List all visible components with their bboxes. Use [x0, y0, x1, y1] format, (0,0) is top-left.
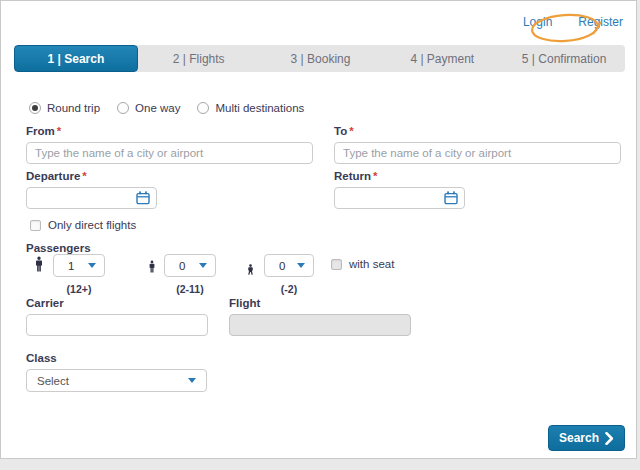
flight-search-page: Login Register 1 | Search 2 | Flights 3 …	[0, 0, 637, 459]
class-label: Class	[26, 352, 207, 364]
return-label: Return*	[334, 170, 465, 182]
adult-icon	[34, 256, 44, 276]
required-asterisk: *	[373, 170, 377, 182]
caret-down-icon	[188, 378, 196, 383]
tab-flights-label: 2 | Flights	[173, 52, 225, 66]
with-seat-label: with seat	[349, 258, 394, 270]
child-age-label: (2-11)	[162, 283, 218, 295]
child-count-select[interactable]: 0	[164, 254, 216, 277]
auth-links: Login Register	[523, 15, 623, 29]
trip-type-multi-destinations-label: Multi destinations	[215, 102, 304, 114]
class-select-value: Select	[37, 375, 69, 387]
tab-payment-label: 4 | Payment	[410, 52, 474, 66]
tab-payment[interactable]: 4 | Payment	[381, 45, 503, 72]
trip-type-round-trip[interactable]: Round trip	[29, 102, 100, 114]
checkbox-icon	[30, 220, 41, 231]
to-field: To*	[334, 125, 621, 164]
login-link[interactable]: Login	[523, 15, 552, 29]
search-button[interactable]: Search	[548, 425, 625, 451]
calendar-icon[interactable]	[444, 191, 458, 209]
trip-type-round-trip-label: Round trip	[47, 102, 100, 114]
departure-field: Departure*	[26, 170, 157, 209]
wizard-tabs: 1 | Search 2 | Flights 3 | Booking 4 | P…	[14, 45, 625, 72]
required-asterisk: *	[349, 125, 353, 137]
child-icon	[148, 259, 156, 277]
infant-icon	[247, 261, 254, 279]
tab-search[interactable]: 1 | Search	[14, 45, 138, 72]
radio-unselected-icon	[197, 102, 209, 114]
tab-flights[interactable]: 2 | Flights	[138, 45, 260, 72]
only-direct-flights-label: Only direct flights	[48, 219, 136, 231]
tab-booking[interactable]: 3 | Booking	[260, 45, 382, 72]
tab-booking-label: 3 | Booking	[291, 52, 351, 66]
adult-count-value: 1	[68, 260, 74, 272]
passengers-label: Passengers	[26, 242, 91, 254]
caret-down-icon	[199, 263, 207, 268]
carrier-input[interactable]	[26, 314, 208, 336]
calendar-icon[interactable]	[136, 191, 150, 209]
caret-down-icon	[88, 263, 96, 268]
to-label: To*	[334, 125, 621, 137]
child-count-value: 0	[179, 260, 185, 272]
search-button-label: Search	[559, 431, 599, 445]
checkbox-icon	[331, 259, 342, 270]
carrier-label: Carrier	[26, 297, 208, 309]
infant-count-value: 0	[279, 260, 285, 272]
tab-search-label: 1 | Search	[48, 52, 105, 66]
with-seat-checkbox[interactable]: with seat	[331, 258, 394, 270]
class-field: Class Select	[26, 352, 207, 392]
infant-age-label: (-2)	[262, 283, 316, 295]
chevron-right-icon	[605, 432, 614, 445]
to-input[interactable]	[334, 142, 621, 164]
flight-field: Flight	[229, 297, 411, 336]
departure-label: Departure*	[26, 170, 157, 182]
class-select[interactable]: Select	[26, 369, 207, 392]
carrier-field: Carrier	[26, 297, 208, 336]
caret-down-icon	[297, 263, 305, 268]
radio-unselected-icon	[117, 102, 129, 114]
from-label: From*	[26, 125, 313, 137]
from-field: From*	[26, 125, 313, 164]
flight-input	[229, 314, 411, 336]
required-asterisk: *	[57, 125, 61, 137]
trip-type-group: Round trip One way Multi destinations	[29, 102, 304, 114]
trip-type-one-way-label: One way	[135, 102, 180, 114]
adult-age-label: (12+)	[51, 283, 107, 295]
trip-type-one-way[interactable]: One way	[117, 102, 180, 114]
register-link[interactable]: Register	[578, 15, 623, 29]
only-direct-flights-checkbox[interactable]: Only direct flights	[30, 219, 136, 231]
tab-confirmation[interactable]: 5 | Confirmation	[503, 45, 625, 72]
flight-label: Flight	[229, 297, 411, 309]
adult-count-select[interactable]: 1	[53, 254, 105, 277]
tab-confirmation-label: 5 | Confirmation	[522, 52, 607, 66]
trip-type-multi-destinations[interactable]: Multi destinations	[197, 102, 304, 114]
from-input[interactable]	[26, 142, 313, 164]
radio-selected-icon	[29, 102, 41, 114]
required-asterisk: *	[82, 170, 86, 182]
return-field: Return*	[334, 170, 465, 209]
infant-count-select[interactable]: 0	[264, 254, 314, 277]
